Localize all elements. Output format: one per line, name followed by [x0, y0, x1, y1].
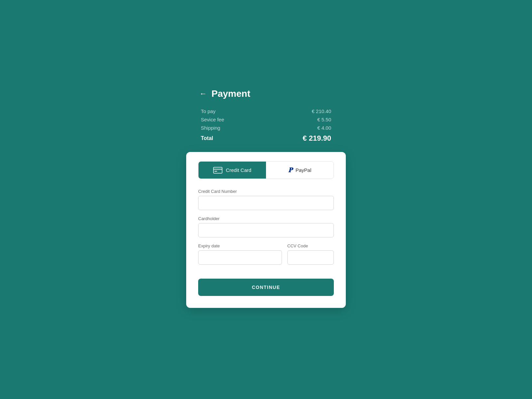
shipping-label: Shipping	[201, 125, 220, 131]
expiry-label: Expiry date	[198, 243, 282, 248]
shipping-value: € 4.00	[317, 125, 331, 131]
cc-number-label: Credit Card Number	[198, 189, 334, 194]
page-title: Payment	[211, 88, 250, 99]
expiry-input[interactable]	[198, 250, 282, 265]
svg-rect-1	[213, 169, 222, 170]
form-group-expiry: Expiry date	[198, 243, 282, 265]
header-section: ← Payment To pay € 210.40 Sevice fee € 5…	[186, 78, 346, 152]
cardholder-label: Cardholder	[198, 216, 334, 221]
credit-card-icon	[213, 167, 222, 174]
total-label: Total	[201, 135, 213, 141]
tab-credit-card-label: Credit Card	[226, 167, 251, 173]
form-group-cc-number: Credit Card Number	[198, 189, 334, 210]
app-container: ← Payment To pay € 210.40 Sevice fee € 5…	[186, 78, 346, 308]
servicefee-value: € 5.50	[317, 117, 331, 122]
topay-label: To pay	[201, 108, 215, 114]
price-summary: To pay € 210.40 Sevice fee € 5.50 Shippi…	[200, 108, 332, 143]
tab-paypal-label: PayPal	[296, 167, 312, 173]
card-section: Credit Card 𝐏 PayPal Credit Card Number …	[186, 152, 346, 308]
header-title-row: ← Payment	[200, 88, 332, 99]
cardholder-input[interactable]	[198, 223, 334, 237]
price-row-topay: To pay € 210.40	[201, 108, 331, 114]
price-row-servicefee: Sevice fee € 5.50	[201, 117, 331, 122]
servicefee-label: Sevice fee	[201, 117, 224, 122]
cc-number-input[interactable]	[198, 196, 334, 210]
back-button[interactable]: ←	[200, 89, 207, 98]
total-value: € 219.90	[303, 134, 331, 143]
form-row-expiry-ccv: Expiry date CCV Code	[198, 243, 334, 271]
svg-rect-2	[214, 171, 217, 172]
total-row: Total € 219.90	[201, 134, 331, 143]
ccv-label: CCV Code	[287, 243, 334, 248]
svg-rect-0	[213, 167, 222, 173]
tab-paypal[interactable]: 𝐏 PayPal	[266, 162, 333, 179]
form-group-ccv: CCV Code	[287, 243, 334, 265]
price-row-shipping: Shipping € 4.00	[201, 125, 331, 131]
form-group-cardholder: Cardholder	[198, 216, 334, 237]
tab-credit-card[interactable]: Credit Card	[199, 162, 266, 179]
payment-tabs: Credit Card 𝐏 PayPal	[198, 161, 334, 179]
topay-value: € 210.40	[312, 108, 331, 114]
continue-button[interactable]: CONTINUE	[198, 279, 334, 296]
ccv-input[interactable]	[287, 250, 334, 265]
paypal-icon: 𝐏	[288, 166, 292, 174]
